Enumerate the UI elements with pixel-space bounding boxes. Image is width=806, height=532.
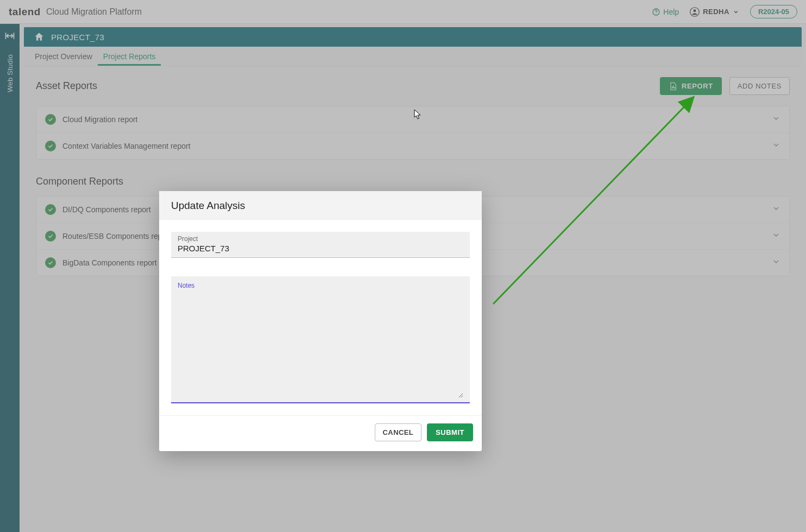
submit-button[interactable]: SUBMIT xyxy=(427,423,473,441)
project-field: Project PROJECT_73 xyxy=(171,232,470,258)
notes-textarea[interactable] xyxy=(178,289,463,398)
project-field-value: PROJECT_73 xyxy=(178,244,463,253)
notes-field-label: Notes xyxy=(178,282,463,289)
notes-field[interactable]: Notes xyxy=(171,276,470,403)
update-analysis-modal: Update Analysis Project PROJECT_73 Notes… xyxy=(159,191,482,451)
modal-title: Update Analysis xyxy=(159,191,482,220)
cancel-button[interactable]: CANCEL xyxy=(375,423,422,441)
project-field-label: Project xyxy=(178,235,463,243)
